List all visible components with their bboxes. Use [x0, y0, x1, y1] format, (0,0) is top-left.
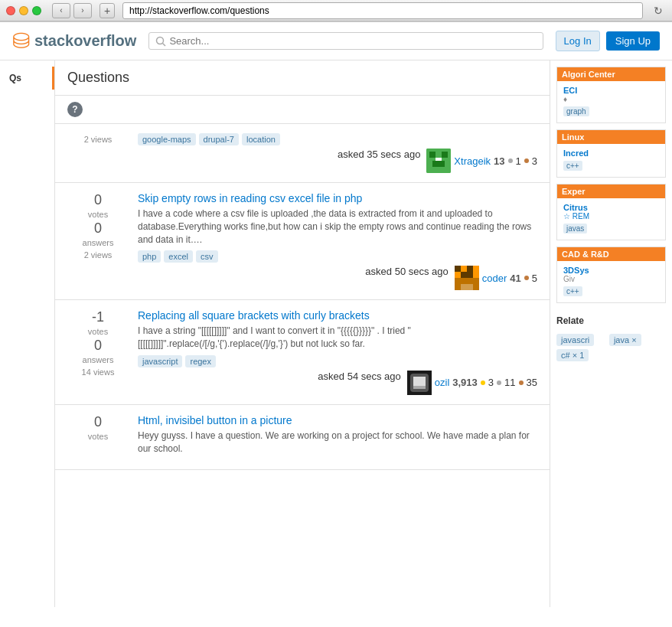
tag-javascript[interactable]: javascript	[138, 355, 182, 367]
asked-time-0: asked 50 secs ago	[365, 266, 448, 277]
related-header: Relate	[550, 309, 672, 332]
help-icon[interactable]: ?	[67, 102, 83, 117]
search-icon	[155, 36, 166, 47]
ad-header-1: Linux	[557, 130, 665, 144]
ad-company-2[interactable]: Citrus	[563, 203, 659, 212]
ad-tag-graph[interactable]: graph	[563, 106, 589, 116]
maximize-button[interactable]	[32, 6, 41, 15]
tags-0: php excel csv	[138, 250, 537, 263]
bronze-count-1: 35	[527, 377, 537, 388]
question-item-partial: 2 views google-maps drupal-7 location as…	[55, 123, 550, 183]
question-asked-1: asked 54 secs ago ozil	[138, 371, 537, 395]
asker-name-1[interactable]: ozil	[435, 377, 450, 388]
question-stats-partial: 2 views	[67, 133, 129, 173]
question-body-1: Replacing all square brackets with curly…	[138, 309, 537, 395]
questions-header: Questions	[55, 60, 550, 96]
asker-name-0[interactable]: coder	[482, 273, 507, 284]
question-item-2: 0 votes Html, invisibel button in a pict…	[55, 405, 550, 470]
browser-titlebar: ‹ › + ↻	[0, 0, 672, 21]
ad-tags-1: c++	[563, 161, 659, 171]
ad-company-1[interactable]: Incred	[563, 149, 659, 158]
asker-info-0: coder 41 5	[455, 266, 537, 290]
bronze-dot-0	[524, 276, 529, 280]
answers-number-0: 0	[94, 220, 102, 237]
ad-location-3: Giv	[563, 275, 659, 283]
bronze-dot-partial	[524, 158, 529, 163]
tag-excel[interactable]: excel	[164, 250, 193, 263]
traffic-lights	[6, 6, 41, 15]
forward-button[interactable]: ›	[73, 3, 92, 18]
reload-button[interactable]: ↻	[651, 3, 666, 18]
sidebar-item-questions[interactable]: Qs	[0, 67, 54, 90]
question-item-1: -1 votes 0 answers 14 views Replacing al…	[55, 300, 550, 405]
new-tab-button[interactable]: +	[99, 3, 115, 18]
ad-company-0[interactable]: ECI	[563, 86, 659, 95]
search-bar[interactable]	[148, 32, 543, 50]
svg-rect-3	[429, 152, 435, 158]
tag-google-maps[interactable]: google-maps	[138, 133, 196, 145]
avatar-1	[407, 371, 432, 395]
views-count-1: 14 views	[82, 367, 115, 377]
svg-rect-4	[442, 152, 448, 158]
tag-drupal-7[interactable]: drupal-7	[199, 133, 239, 145]
asker-name-partial[interactable]: Xtrageik	[454, 155, 491, 167]
related-tag-0[interactable]: javascri	[556, 334, 594, 346]
related-tag-2[interactable]: c# × 1	[556, 349, 589, 361]
answers-label-1: answers	[83, 355, 114, 364]
question-asked-partial: asked 35 secs ago	[138, 149, 537, 173]
search-input[interactable]	[169, 35, 536, 47]
ad-tag-javas[interactable]: javas	[563, 224, 587, 233]
tag-csv[interactable]: csv	[196, 250, 218, 263]
svg-rect-9	[467, 266, 473, 272]
svg-rect-12	[461, 284, 473, 290]
signup-button[interactable]: Sign Up	[606, 31, 660, 51]
main-content: Qs Questions ? 2 views google-maps drupa…	[0, 60, 672, 607]
back-button[interactable]: ‹	[52, 3, 70, 18]
url-input[interactable]	[129, 5, 636, 16]
question-stats-1: -1 votes 0 answers 14 views	[67, 309, 129, 395]
login-button[interactable]: Log In	[556, 31, 600, 51]
silver-dot-partial	[508, 158, 513, 163]
ad-location-0: ♦	[563, 95, 659, 103]
ad-header-2: Exper	[557, 185, 665, 198]
avatar-0	[455, 266, 479, 290]
sidebar-right: Algori Center ECI ♦ graph Linux Incred c…	[550, 60, 672, 607]
asker-info-partial: Xtrageik 13 1 3	[426, 149, 537, 173]
ad-tag-cpp-1[interactable]: c++	[563, 161, 582, 171]
ad-company-3[interactable]: 3DSys	[563, 266, 659, 275]
votes-number-0: 0	[94, 192, 102, 208]
answers-label-0: answers	[83, 238, 114, 247]
minimize-button[interactable]	[19, 6, 28, 15]
asker-rep-1: 3,913	[452, 377, 478, 388]
tags-1: javascript regex	[138, 355, 537, 367]
views-count-partial: 2 views	[84, 135, 113, 144]
address-bar[interactable]	[122, 2, 643, 19]
question-title-2[interactable]: Html, invisibel button in a picture	[138, 414, 537, 426]
question-body-0: Skip empty rows in reading csv excel fil…	[138, 192, 537, 290]
logo-icon: ⛁	[12, 28, 30, 54]
svg-rect-5	[432, 161, 445, 167]
question-excerpt-0: I have a code where a csv file is upload…	[138, 207, 537, 246]
tag-php[interactable]: php	[138, 250, 161, 263]
logo[interactable]: ⛁ stackoverflow	[12, 28, 136, 54]
svg-rect-10	[461, 272, 473, 278]
close-button[interactable]	[6, 6, 15, 15]
svg-rect-6	[435, 158, 442, 161]
question-excerpt-1: I have a string "[[[[[]]]]]" and I want …	[138, 325, 537, 351]
ad-tags-3: c++	[563, 286, 659, 296]
tag-location[interactable]: location	[242, 133, 280, 145]
ad-tag-cpp-3[interactable]: c++	[563, 286, 582, 296]
svg-rect-16	[413, 386, 426, 389]
question-stats-0: 0 votes 0 answers 2 views	[67, 192, 129, 290]
question-title-0[interactable]: Skip empty rows in reading csv excel fil…	[138, 192, 537, 204]
question-title-1[interactable]: Replacing all square brackets with curly…	[138, 309, 537, 322]
related-tag-1[interactable]: java ×	[609, 334, 641, 346]
silver-count-1: 11	[504, 377, 515, 388]
page-title: Questions	[67, 70, 129, 86]
tag-regex[interactable]: regex	[185, 355, 216, 367]
ad-header-0: Algori Center	[557, 67, 665, 81]
question-stats-2: 0 votes	[67, 414, 129, 460]
ad-block-0: Algori Center ECI ♦ graph	[556, 67, 666, 123]
questions-area: Questions ? 2 views google-maps drupal-7…	[55, 60, 550, 607]
tags-partial: google-maps drupal-7 location	[138, 133, 537, 145]
